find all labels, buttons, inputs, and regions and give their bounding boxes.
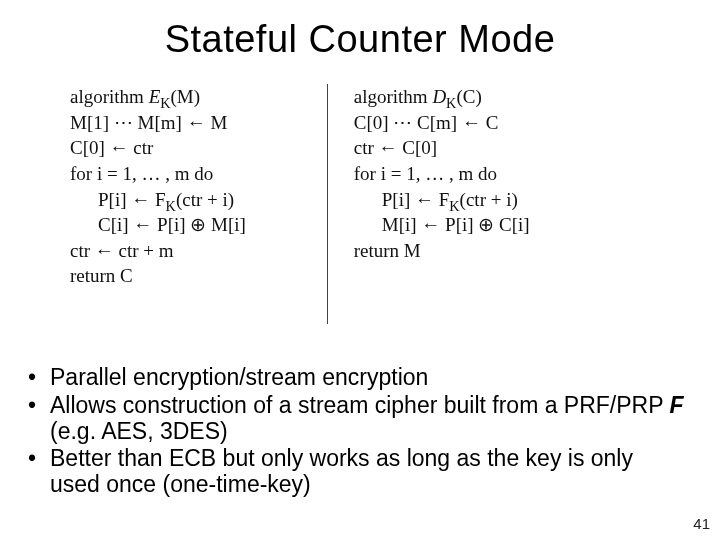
bullet-2: Allows construction of a stream cipher b… <box>46 393 684 445</box>
slide: Stateful Counter Mode algorithm EK(M) M[… <box>0 0 720 540</box>
enc-header: algorithm EK(M) <box>70 84 327 110</box>
enc-line-8: return C <box>70 263 327 289</box>
enc-key-sub: K <box>160 95 170 111</box>
enc-line-6: C[i] ← P[i] ⊕ M[i] <box>98 212 327 238</box>
enc-line-2: M[1] ⋯ M[m] ← M <box>70 110 327 136</box>
enc-line-4: for i = 1, … , m do <box>70 161 327 187</box>
dec-l5-a: P[i] ← F <box>382 189 450 210</box>
bullet-2-f: F <box>670 392 684 418</box>
bullet-1: Parallel encryption/stream encryption <box>46 365 684 391</box>
bullet-3: Better than ECB but only works as long a… <box>46 446 684 498</box>
dec-l5-c: (ctr + i) <box>460 189 518 210</box>
vertical-divider <box>327 84 328 324</box>
bullet-list: Parallel encryption/stream encryption Al… <box>24 365 684 500</box>
enc-kw: algorithm <box>70 86 149 107</box>
dec-header: algorithm DK(C) <box>354 84 650 110</box>
dec-line-4: for i = 1, … , m do <box>354 161 650 187</box>
enc-line-3: C[0] ← ctr <box>70 135 327 161</box>
dec-key-sub: K <box>446 95 456 111</box>
enc-line-5: P[i] ← FK(ctr + i) <box>98 187 327 213</box>
page-number: 41 <box>693 515 710 532</box>
enc-symbol: E <box>149 86 161 107</box>
algorithms-block: algorithm EK(M) M[1] ⋯ M[m] ← M C[0] ← c… <box>70 84 650 324</box>
encryption-algorithm: algorithm EK(M) M[1] ⋯ M[m] ← M C[0] ← c… <box>70 84 327 324</box>
dec-arg: (C) <box>456 86 481 107</box>
dec-line-5: P[i] ← FK(ctr + i) <box>382 187 650 213</box>
dec-line-6: M[i] ← P[i] ⊕ C[i] <box>382 212 650 238</box>
dec-l5-sub: K <box>449 197 459 213</box>
decryption-algorithm: algorithm DK(C) C[0] ⋯ C[m] ← C ctr ← C[… <box>336 84 650 324</box>
dec-line-7: return M <box>354 238 650 264</box>
enc-l5-a: P[i] ← F <box>98 189 166 210</box>
slide-title: Stateful Counter Mode <box>0 18 720 61</box>
enc-line-7: ctr ← ctr + m <box>70 238 327 264</box>
dec-line-2: C[0] ⋯ C[m] ← C <box>354 110 650 136</box>
bullet-2a: Allows construction of a stream cipher b… <box>50 392 670 418</box>
dec-kw: algorithm <box>354 86 433 107</box>
dec-line-3: ctr ← C[0] <box>354 135 650 161</box>
enc-l5-sub: K <box>166 197 176 213</box>
enc-l5-c: (ctr + i) <box>176 189 234 210</box>
enc-arg: (M) <box>171 86 201 107</box>
bullet-2c: (e.g. AES, 3DES) <box>50 418 228 444</box>
dec-symbol: D <box>432 86 446 107</box>
